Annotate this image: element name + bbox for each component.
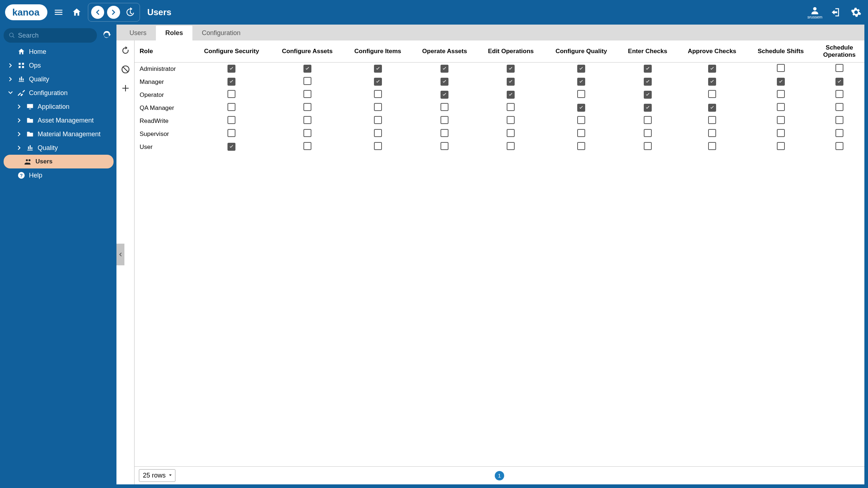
permission-checkbox[interactable]: [507, 116, 515, 124]
sidebar-refresh-button[interactable]: [100, 29, 114, 42]
permission-checkbox[interactable]: [835, 116, 843, 124]
clear-filter-button[interactable]: [120, 64, 131, 75]
sidebar-item-users[interactable]: Users: [4, 155, 114, 168]
permission-checkbox[interactable]: [227, 129, 235, 137]
permission-checkbox[interactable]: [303, 116, 311, 124]
permission-checkbox[interactable]: [708, 142, 716, 150]
permission-checkbox[interactable]: [708, 116, 716, 124]
permission-checkbox[interactable]: [507, 129, 515, 137]
permission-checkbox[interactable]: [777, 90, 785, 98]
tab-users[interactable]: Users: [120, 26, 156, 40]
permission-checkbox[interactable]: [777, 116, 785, 124]
permission-checkbox[interactable]: [303, 142, 311, 150]
permission-checkbox[interactable]: [777, 64, 785, 72]
permission-checkbox[interactable]: [441, 91, 448, 99]
sidebar-item-quality-config[interactable]: Quality: [4, 141, 114, 155]
column-header[interactable]: Edit Operations: [477, 40, 544, 63]
permission-checkbox[interactable]: [777, 78, 785, 86]
permission-checkbox[interactable]: [644, 91, 652, 99]
permission-checkbox[interactable]: [777, 129, 785, 137]
permission-checkbox[interactable]: [227, 65, 235, 73]
permission-checkbox[interactable]: [441, 65, 448, 73]
rows-per-page-selector[interactable]: 25 rows: [139, 469, 175, 482]
permission-checkbox[interactable]: [577, 65, 585, 73]
permission-checkbox[interactable]: [441, 129, 448, 137]
permission-checkbox[interactable]: [835, 129, 843, 137]
column-header-role[interactable]: Role: [135, 40, 192, 63]
permission-checkbox[interactable]: [374, 90, 382, 98]
back-button[interactable]: [91, 6, 104, 19]
permission-checkbox[interactable]: [374, 78, 382, 86]
page-number-badge[interactable]: 1: [495, 471, 504, 480]
tab-configuration[interactable]: Configuration: [192, 26, 250, 40]
permission-checkbox[interactable]: [227, 143, 235, 151]
column-header[interactable]: Configure Security: [192, 40, 271, 63]
user-menu[interactable]: srussem: [807, 5, 822, 19]
add-row-button[interactable]: [120, 82, 131, 94]
sidebar-item-help[interactable]: ? Help: [4, 168, 114, 182]
permission-checkbox[interactable]: [303, 77, 311, 85]
tab-roles[interactable]: Roles: [156, 26, 192, 40]
menu-button[interactable]: [52, 5, 65, 19]
permission-checkbox[interactable]: [835, 103, 843, 111]
permission-checkbox[interactable]: [708, 104, 716, 112]
permission-checkbox[interactable]: [303, 90, 311, 98]
permission-checkbox[interactable]: [507, 65, 515, 73]
permission-checkbox[interactable]: [227, 116, 235, 124]
column-header[interactable]: ScheduleOperations: [814, 40, 864, 63]
permission-checkbox[interactable]: [374, 129, 382, 137]
permission-checkbox[interactable]: [644, 116, 652, 124]
history-button[interactable]: [123, 5, 137, 19]
permission-checkbox[interactable]: [303, 65, 311, 73]
permission-checkbox[interactable]: [577, 78, 585, 86]
search-input[interactable]: [18, 32, 92, 39]
logout-button[interactable]: [829, 5, 843, 19]
permission-checkbox[interactable]: [374, 65, 382, 73]
sidebar-collapse-handle[interactable]: [116, 244, 124, 265]
permission-checkbox[interactable]: [441, 116, 448, 124]
permission-checkbox[interactable]: [835, 78, 843, 86]
column-header[interactable]: Configure Assets: [271, 40, 344, 63]
permission-checkbox[interactable]: [644, 142, 652, 150]
sidebar-item-ops[interactable]: Ops: [4, 59, 114, 72]
column-header[interactable]: Enter Checks: [618, 40, 677, 63]
permission-checkbox[interactable]: [708, 129, 716, 137]
permission-checkbox[interactable]: [441, 142, 448, 150]
permission-checkbox[interactable]: [507, 103, 515, 111]
sidebar-item-home[interactable]: Home: [4, 45, 114, 59]
permission-checkbox[interactable]: [507, 91, 515, 99]
permission-checkbox[interactable]: [227, 78, 235, 86]
sidebar-item-application[interactable]: Application: [4, 100, 114, 114]
forward-button[interactable]: [107, 6, 120, 19]
permission-checkbox[interactable]: [507, 78, 515, 86]
sidebar-item-configuration[interactable]: Configuration: [4, 86, 114, 100]
refresh-table-button[interactable]: [120, 45, 131, 56]
permission-checkbox[interactable]: [441, 78, 448, 86]
column-header[interactable]: Operate Assets: [412, 40, 478, 63]
logo[interactable]: kanoa: [5, 4, 47, 20]
permission-checkbox[interactable]: [777, 103, 785, 111]
sidebar-search[interactable]: [4, 28, 97, 43]
permission-checkbox[interactable]: [708, 65, 716, 73]
column-header[interactable]: Schedule Shifts: [747, 40, 814, 63]
permission-checkbox[interactable]: [644, 78, 652, 86]
permission-checkbox[interactable]: [644, 129, 652, 137]
permission-checkbox[interactable]: [507, 142, 515, 150]
settings-button[interactable]: [849, 5, 863, 19]
permission-checkbox[interactable]: [577, 142, 585, 150]
permission-checkbox[interactable]: [577, 104, 585, 112]
home-button[interactable]: [70, 5, 84, 19]
sidebar-item-material-management[interactable]: Material Management: [4, 127, 114, 141]
permission-checkbox[interactable]: [303, 129, 311, 137]
permission-checkbox[interactable]: [644, 104, 652, 112]
permission-checkbox[interactable]: [777, 142, 785, 150]
column-header[interactable]: Configure Items: [344, 40, 412, 63]
permission-checkbox[interactable]: [708, 78, 716, 86]
permission-checkbox[interactable]: [835, 90, 843, 98]
permission-checkbox[interactable]: [303, 103, 311, 111]
permission-checkbox[interactable]: [577, 90, 585, 98]
permission-checkbox[interactable]: [441, 103, 448, 111]
permission-checkbox[interactable]: [835, 64, 843, 72]
permission-checkbox[interactable]: [835, 142, 843, 150]
permission-checkbox[interactable]: [708, 90, 716, 98]
